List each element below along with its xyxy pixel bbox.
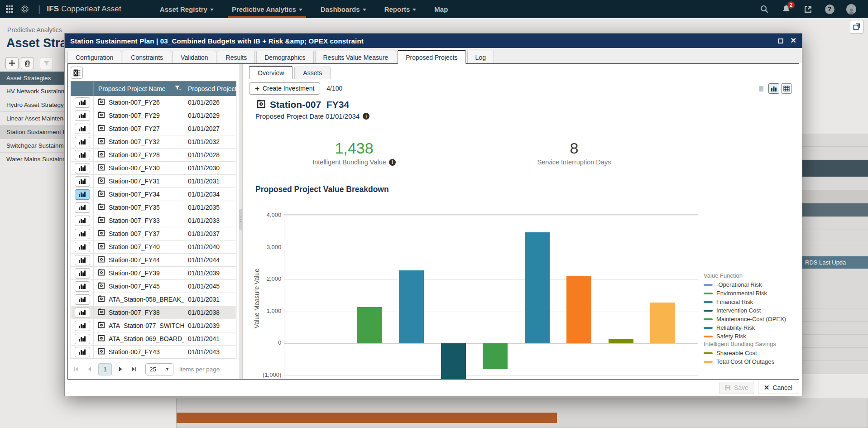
- search-icon[interactable]: [759, 4, 769, 14]
- table-row[interactable]: Station-007_FY3301/01/2033: [71, 214, 236, 227]
- project-name-cell[interactable]: Station-007_FY31: [94, 175, 184, 188]
- row-chart-button[interactable]: [75, 268, 90, 279]
- project-date-cell[interactable]: 01/01/2031: [184, 175, 236, 188]
- project-name-cell[interactable]: Station-007_FY35: [94, 201, 184, 214]
- table-row[interactable]: Station-007_FY2601/01/2026: [71, 96, 236, 109]
- table-row[interactable]: Station-007_FY4001/01/2040: [71, 240, 236, 254]
- first-page-button[interactable]: [71, 363, 82, 375]
- table-row[interactable]: Station-007_FY3001/01/2030: [71, 162, 236, 175]
- project-name-cell[interactable]: ATA_Station-058_BREAK_ST-I...: [94, 293, 184, 306]
- row-chart-button[interactable]: [75, 163, 90, 173]
- row-chart-button[interactable]: [75, 150, 90, 160]
- table-row[interactable]: Station-007_FY3501/01/2035: [71, 201, 236, 214]
- page-size-dropdown[interactable]: 25▼: [145, 363, 173, 375]
- dialog-titlebar[interactable]: Station Sustainment Plan | 03_Combined B…: [65, 34, 802, 48]
- project-date-cell[interactable]: 01/01/2045: [184, 280, 236, 293]
- table-row[interactable]: ATA_Station-058_BREAK_ST-I...01/01/2031: [71, 293, 236, 306]
- row-chart-button[interactable]: [75, 294, 90, 305]
- filter-strategies-button[interactable]: [40, 57, 53, 69]
- info-icon[interactable]: i: [363, 113, 369, 120]
- notifications-bell-icon[interactable]: 2: [781, 4, 791, 14]
- table-row[interactable]: ATA_Station-069_BOARD_ST-I...01/01/2041: [71, 332, 236, 346]
- app-grid-icon[interactable]: [5, 4, 14, 14]
- project-name-cell[interactable]: Station-007_FY27: [94, 122, 184, 135]
- table-row[interactable]: Station-007_FY3701/01/2037: [71, 227, 236, 240]
- project-date-cell[interactable]: 01/01/2026: [184, 96, 236, 109]
- row-chart-button[interactable]: [75, 334, 90, 344]
- project-name-cell[interactable]: Station-007_FY28: [94, 149, 184, 161]
- project-date-cell[interactable]: 01/01/2039: [184, 267, 236, 279]
- project-date-cell[interactable]: 01/01/2040: [184, 240, 236, 253]
- project-name-column-header[interactable]: Proposed Project Name: [94, 82, 184, 96]
- previous-page-button[interactable]: [84, 363, 96, 375]
- project-date-cell[interactable]: 01/01/2027: [184, 122, 236, 135]
- maximize-icon[interactable]: [778, 38, 783, 43]
- row-chart-button[interactable]: [75, 124, 90, 134]
- delete-strategy-button[interactable]: [21, 57, 34, 69]
- current-page-indicator[interactable]: 1: [98, 363, 112, 375]
- row-chart-button[interactable]: [75, 255, 90, 265]
- table-row[interactable]: ATA_Station-077_SWITCH_ST-...01/01/2039: [71, 319, 236, 332]
- project-name-cell[interactable]: Station-007_FY37: [94, 227, 184, 240]
- project-date-cell[interactable]: 01/01/2037: [184, 227, 236, 240]
- project-date-cell[interactable]: 01/01/2034: [184, 188, 236, 201]
- row-chart-button[interactable]: [75, 321, 90, 331]
- project-date-cell[interactable]: 01/01/2044: [184, 254, 236, 266]
- popout-panel-button[interactable]: [850, 20, 863, 34]
- breadcrumb[interactable]: Predictive Analytics: [7, 26, 62, 34]
- row-chart-button[interactable]: [75, 202, 90, 213]
- tab-configuration[interactable]: Configuration: [67, 51, 121, 63]
- table-row[interactable]: Station-007_FY3101/01/2031: [71, 175, 236, 188]
- row-chart-button[interactable]: [75, 308, 90, 318]
- help-icon[interactable]: ?: [825, 4, 834, 14]
- project-date-cell[interactable]: 01/01/2031: [184, 293, 236, 306]
- project-name-cell[interactable]: Station-007_FY29: [94, 109, 184, 122]
- project-name-cell[interactable]: Station-007_FY34: [94, 188, 184, 201]
- project-date-cell[interactable]: 01/01/2032: [184, 135, 236, 148]
- create-investment-button[interactable]: + Create Investment: [249, 82, 320, 95]
- row-chart-button[interactable]: [75, 281, 90, 292]
- project-date-cell[interactable]: 01/01/2028: [184, 149, 236, 161]
- project-name-cell[interactable]: Station-007_FY33: [94, 214, 184, 227]
- project-name-cell[interactable]: ATA_Station-069_BOARD_ST-I...: [94, 332, 184, 345]
- row-chart-button[interactable]: [75, 111, 90, 121]
- project-date-column-header[interactable]: Proposed Project Da: [184, 82, 236, 96]
- detail-tab-assets[interactable]: Assets: [294, 67, 331, 79]
- table-row[interactable]: Station-007_FY2901/01/2029: [71, 109, 236, 122]
- project-name-cell[interactable]: Station-007_FY43: [94, 346, 184, 358]
- project-date-cell[interactable]: 01/01/2035: [184, 201, 236, 214]
- table-row[interactable]: Station-007_FY4401/01/2044: [71, 254, 236, 267]
- row-chart-button[interactable]: [75, 189, 90, 200]
- row-chart-button[interactable]: [75, 229, 90, 239]
- info-icon[interactable]: i: [389, 159, 396, 166]
- project-name-cell[interactable]: Station-007_FY44: [94, 254, 184, 266]
- table-view-button[interactable]: [781, 83, 792, 94]
- splitter-handle[interactable]: [239, 209, 243, 230]
- project-date-cell[interactable]: 01/01/2043: [184, 346, 236, 358]
- tab-log[interactable]: Log: [467, 51, 494, 63]
- row-chart-button[interactable]: [75, 347, 90, 357]
- chart-view-button[interactable]: [768, 83, 779, 94]
- row-chart-button[interactable]: [75, 216, 90, 226]
- export-to-excel-button[interactable]: [71, 67, 83, 79]
- project-name-cell[interactable]: Station-007_FY30: [94, 162, 184, 174]
- menu-predictive-analytics[interactable]: Predictive Analytics: [232, 0, 302, 18]
- close-icon[interactable]: ✕: [791, 37, 796, 44]
- tab-results-value-measure[interactable]: Results Value Measure: [315, 51, 397, 63]
- project-name-cell[interactable]: Station-007_FY39: [94, 267, 184, 279]
- row-chart-button[interactable]: [75, 97, 90, 108]
- project-name-cell[interactable]: ATA_Station-077_SWITCH_ST-...: [94, 319, 184, 332]
- project-date-cell[interactable]: 01/01/2039: [184, 319, 236, 332]
- row-chart-button[interactable]: [75, 242, 90, 252]
- project-date-cell[interactable]: 01/01/2038: [184, 306, 236, 319]
- single-chart-view-icon[interactable]: [756, 83, 767, 94]
- table-row[interactable]: Station-007_FY3801/01/2038: [71, 306, 236, 319]
- column-filter-icon[interactable]: [174, 85, 181, 92]
- project-name-cell[interactable]: Station-007_FY38: [94, 306, 184, 319]
- table-row[interactable]: Station-007_FY3901/01/2039: [71, 267, 236, 280]
- project-date-cell[interactable]: 01/01/2033: [184, 214, 236, 227]
- pane-splitter[interactable]: [239, 64, 243, 379]
- row-chart-button[interactable]: [75, 137, 90, 147]
- tab-proposed-projects[interactable]: Proposed Projects: [398, 50, 465, 64]
- project-name-cell[interactable]: Station-007_FY26: [94, 96, 184, 109]
